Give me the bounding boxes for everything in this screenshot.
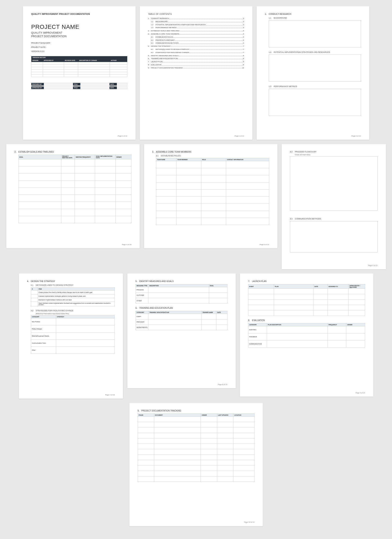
sig-date-label2: DATE xyxy=(110,87,117,89)
toc-label: DESIGN THE STRATEGY xyxy=(151,45,171,48)
track-col-doc: DOCUMENT xyxy=(154,414,201,417)
toc-page: 7 xyxy=(243,51,244,54)
methods-col-item: ITEM xyxy=(38,288,115,291)
toc-row: 2.ESTABLISH GOALS AND TIMELINES4 xyxy=(148,30,244,32)
section-2-title: ESTABLISH GOALS AND TIMELINES xyxy=(18,151,54,153)
toc-page: 3 xyxy=(243,27,244,29)
toc-row: 5.IDENTIFY MEASURES AND GOALS8 xyxy=(148,54,244,57)
vh-col-author: AUTHOR xyxy=(110,59,127,62)
toc-dots xyxy=(178,59,243,59)
goals-col-meeting-date: PROJECT MEETING DATE xyxy=(61,155,75,159)
toc-row: 1.3PERFORMANCE METRICS3 xyxy=(148,27,244,29)
toc-row: 1.CONDUCT RESEARCH3 xyxy=(148,17,244,20)
section-4-2-heading: 4.2STRATEGIES FOR FACILITATING CHANGE xyxy=(31,310,115,312)
page-5: 3.ASSEMBLE CORE TEAM MEMBERS 3.1ESTABLIS… xyxy=(144,144,277,248)
page-1: QUALITY IMPROVEMENT PROJECT DOCUMENTATIO… xyxy=(23,6,136,140)
track-col-updated: LAST UPDATED xyxy=(217,414,233,417)
toc-label: POTENTIAL IMPLEMENTATION STRATEGIES AND … xyxy=(156,24,206,26)
toc-row: 9.PROJECT DOCUMENTATION TRACKING10 xyxy=(148,67,244,70)
toc-page: 3 xyxy=(243,17,244,20)
method-item: Brainstorm implementation methods with c… xyxy=(38,298,115,302)
signature-prepared-row: PREPARED BY TITLE DATE xyxy=(31,83,127,86)
toc-label: TRAINING AND EDUCATION PLAN xyxy=(151,58,178,60)
roles-col-contact: CONTACT INFORMATION xyxy=(226,158,269,161)
toc-dots xyxy=(206,25,243,25)
sig-title-label: TITLE xyxy=(73,83,80,86)
pages-container: QUALITY IMPROVEMENT PROJECT DOCUMENTATIO… xyxy=(0,6,392,526)
evaluation-table: CATEGORYPLAN DESCRIPTIONFREQUENCYOWNER A… xyxy=(248,323,365,348)
section-4-heading: 4.DESIGN THE STRATEGY xyxy=(27,280,115,282)
page-number: Page 3 of 10 xyxy=(351,135,361,137)
toc-dots xyxy=(189,50,243,50)
page-9: 7.LAUNCH PLAN EVENTPLANDATEASSIGNED TOAP… xyxy=(240,274,373,397)
toc-page: 6 xyxy=(243,39,244,42)
toc-list: 1.CONDUCT RESEARCH31.1BACKGROUND31.2POTE… xyxy=(148,17,244,70)
toc-row: 1.1BACKGROUND3 xyxy=(148,20,244,23)
toc-page: 5 xyxy=(243,36,244,39)
track-col-owner: OWNER xyxy=(201,414,217,417)
page-number: Page 2 of 10 xyxy=(234,135,244,137)
sig-prepared-label: PREPARED BY xyxy=(31,83,44,86)
goals-tbody xyxy=(18,159,131,223)
page-number: Page 7 of 10 xyxy=(105,394,115,396)
toc-row: 4.2STRATEGIES FOR FACILITATING CHANGE7 xyxy=(148,51,244,54)
page-8: 5.IDENTIFY MEASURES AND GOALS MEASURE TY… xyxy=(127,274,236,388)
launch-table: EVENTPLANDATEASSIGNED TOAPPROVED BY / ap… xyxy=(248,284,365,316)
toc-num: 1.1 xyxy=(151,20,156,23)
methods-tbody: Create process flow chart to identify wh… xyxy=(31,291,115,306)
goals-col-impl-date: GOAL IMPLEMENTATION DATE xyxy=(95,155,115,159)
toc-dots xyxy=(163,62,243,62)
communication-box xyxy=(290,221,378,252)
section-6-title: TRAINING AND EDUCATION PLAN xyxy=(139,307,173,309)
section-5-heading: 5.IDENTIFY MEASURES AND GOALS xyxy=(136,280,227,282)
strat-cat: New Policies xyxy=(31,318,56,325)
section-1-3-title: PERFORMANCE METRICS xyxy=(274,85,297,87)
measures-table: MEASURE TYPEDESCRIPTIONGOAL PROCESS OUTC… xyxy=(136,284,227,303)
meas-row: OTHER xyxy=(136,298,148,303)
section-1-1-title: BACKGROUND xyxy=(274,17,287,19)
section-4-2-note: (Reference Performance Improvement Actio… xyxy=(36,313,115,314)
eval-col-cat: CATEGORY xyxy=(248,323,267,326)
toc-row: 3.ASSEMBLE CORE TEAM MEMBERS5 xyxy=(148,33,244,35)
toc-page: 7 xyxy=(243,45,244,48)
section-5-title: IDENTIFY MEASURES AND GOALS xyxy=(139,280,174,282)
launch-tbody xyxy=(248,289,365,316)
toc-num: 7. xyxy=(148,61,151,63)
project-version-line: VERSION 0.0.0 xyxy=(31,50,127,52)
page-number: Page 10 of 10 xyxy=(244,521,254,523)
section-3-1-heading: 3.1ESTABLISHED ROLES xyxy=(156,155,269,157)
toc-label: EVALUATION xyxy=(151,64,162,66)
section-3-3-heading: 3.3COMMUNICATION METHODS xyxy=(290,218,378,220)
vh-col-desc: DESCRIPTION OF CHANGE xyxy=(78,59,110,62)
toc-num: 4.2 xyxy=(151,51,156,54)
section-1-1-heading: 1.1BACKGROUND xyxy=(269,17,361,19)
sig-approved-label: APPROVED BY xyxy=(31,87,44,89)
section-4-1-title: METHOD(S) USED TO DESIGN STRATEGY xyxy=(36,284,74,286)
toc-dots xyxy=(169,19,243,19)
strat-col-strat: STRATEGY xyxy=(56,315,115,318)
toc-row: 6.TRAINING AND EDUCATION PLAN8 xyxy=(148,58,244,60)
toc-num: 8. xyxy=(148,64,151,66)
project-subtitle: QUALITY IMPROVEMENT PROJECT DOCUMENTATIO… xyxy=(31,31,127,38)
section-3-title: ASSEMBLE CORE TEAM MEMBERS xyxy=(156,151,191,153)
sig-date-label: DATE xyxy=(110,83,117,86)
training-table: CATEGORYTRAINING / EDUCATION PLANTRAINER… xyxy=(136,311,227,330)
toc-page: 5 xyxy=(243,33,244,35)
toc-num: 9. xyxy=(148,67,151,70)
train-row: DEPARTMENTS xyxy=(136,325,148,330)
section-8-heading: 8.EVALUATION xyxy=(248,319,365,322)
section-1-title: CONDUCT RESEARCH xyxy=(269,13,291,15)
strat-cat: Policy Changes xyxy=(31,325,56,332)
toc-label: COMMUNICATION METHODS xyxy=(156,42,179,45)
section-4-title: DESIGN THE STRATEGY xyxy=(31,280,55,282)
toc-row: 8.EVALUATION9 xyxy=(148,64,244,66)
vh-col-version: VERSION xyxy=(31,59,43,62)
vh-col-revdate: REVISION DATE xyxy=(64,59,78,62)
toc-page: 8 xyxy=(243,58,244,60)
launch-col-event: EVENT xyxy=(248,284,274,289)
toc-dots xyxy=(189,53,243,53)
toc-dots xyxy=(183,68,242,68)
toc-label: CONDUCT RESEARCH xyxy=(151,17,169,20)
training-tbody: STAFF PROVIDER DEPARTMENTS xyxy=(136,314,227,330)
section-4-1-heading: 4.1METHOD(S) USED TO DESIGN STRATEGY xyxy=(31,284,115,286)
